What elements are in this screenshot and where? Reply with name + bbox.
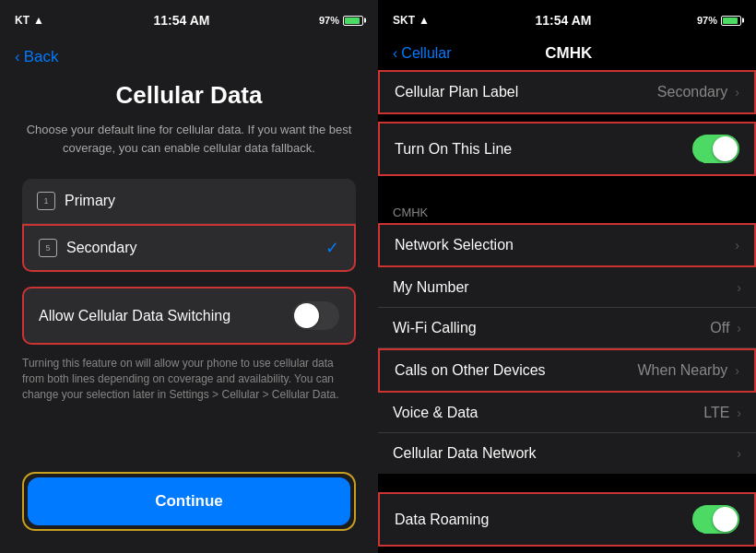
gap1 xyxy=(378,114,756,122)
voice-data-value-text: LTE xyxy=(703,405,729,421)
left-carrier: KT xyxy=(15,14,30,27)
sim-option-secondary[interactable]: 5 Secondary xyxy=(22,224,356,272)
wifi-calling-label: Wi-Fi Calling xyxy=(393,320,477,336)
cellular-plan-label-text: Cellular Plan Label xyxy=(395,84,518,100)
cellular-plan-label-value: Secondary › xyxy=(657,84,739,100)
calls-other-devices-value-text: When Nearby xyxy=(638,362,728,379)
right-battery-icon xyxy=(721,16,741,26)
gap3 xyxy=(378,474,756,492)
wifi-calling-chevron-icon: › xyxy=(737,321,741,335)
voice-data-label: Voice & Data xyxy=(393,405,478,421)
right-content: Cellular Plan Label Secondary › Turn On … xyxy=(378,70,756,553)
turn-on-this-line-label: Turn On This Line xyxy=(395,141,512,158)
calls-other-devices-row[interactable]: Calls on Other Devices When Nearby › xyxy=(380,350,754,391)
voice-data-value: LTE › xyxy=(703,405,741,421)
left-battery-pct: 97% xyxy=(319,15,339,26)
toggle-description: Turning this feature on will allow your … xyxy=(22,356,356,402)
turn-on-this-line-group: Turn On This Line xyxy=(378,122,756,176)
sim-icon-secondary: 5 xyxy=(39,239,57,257)
gap4 xyxy=(378,547,756,553)
right-time: 11:54 AM xyxy=(535,13,591,28)
left-wifi-icon: ▲ xyxy=(33,14,44,27)
sim-option-primary[interactable]: 1 Primary xyxy=(22,179,356,224)
calls-other-devices-chevron-icon: › xyxy=(735,363,739,378)
wifi-calling-value-text: Off xyxy=(710,320,729,336)
right-wifi-icon: ▲ xyxy=(419,14,430,27)
right-page-title: CMHK xyxy=(545,44,592,63)
sim-label-secondary: Secondary xyxy=(66,240,137,256)
cellular-data-switching-toggle[interactable] xyxy=(292,301,339,330)
cellular-plan-label-group: Cellular Plan Label Secondary › xyxy=(378,70,756,114)
calls-other-devices-label: Calls on Other Devices xyxy=(395,362,546,379)
toggle-row-label: Allow Cellular Data Switching xyxy=(39,308,230,324)
right-panel: SKT ▲ 11:54 AM 97% ‹ Cellular CMHK Cellu… xyxy=(378,0,756,553)
data-roaming-label: Data Roaming xyxy=(395,512,489,528)
calls-other-devices-value: When Nearby › xyxy=(638,362,740,379)
right-battery-pct: 97% xyxy=(697,15,717,26)
left-back-label: Back xyxy=(24,48,59,66)
cellular-plan-label-row[interactable]: Cellular Plan Label Secondary › xyxy=(380,72,754,112)
calls-other-devices-group: Calls on Other Devices When Nearby › xyxy=(378,348,756,393)
right-back-button[interactable]: ‹ Cellular xyxy=(393,45,452,62)
cellular-plan-chevron-icon: › xyxy=(735,85,739,100)
right-back-label: Cellular xyxy=(401,45,451,62)
my-number-row[interactable]: My Number › xyxy=(378,267,756,308)
left-panel: KT ▲ 11:54 AM 97% ‹ Back Cellular Data C… xyxy=(0,0,378,553)
right-status-left: SKT ▲ xyxy=(393,14,430,27)
turn-on-this-line-row: Turn On This Line xyxy=(380,124,754,174)
voice-data-row[interactable]: Voice & Data LTE › xyxy=(378,393,756,433)
continue-button[interactable]: Continue xyxy=(28,477,350,525)
my-number-chevron-icon: › xyxy=(737,280,741,295)
right-battery-fill xyxy=(723,18,738,24)
turn-on-this-line-toggle[interactable] xyxy=(692,135,739,163)
sim-options-list: 1 Primary 5 Secondary xyxy=(22,179,356,272)
left-description: Choose your default line for cellular da… xyxy=(22,121,356,157)
right-nav: ‹ Cellular CMHK xyxy=(378,41,756,70)
data-roaming-toggle[interactable] xyxy=(692,505,739,534)
left-back-chevron: ‹ xyxy=(15,48,20,66)
cellular-data-switching-row: Allow Cellular Data Switching xyxy=(22,287,356,345)
right-carrier: SKT xyxy=(393,14,415,27)
left-status-right: 97% xyxy=(319,15,363,26)
my-number-label: My Number xyxy=(393,279,469,296)
network-selection-label: Network Selection xyxy=(395,237,514,253)
cellular-plan-value-text: Secondary xyxy=(657,84,728,100)
sim-icon-primary: 1 xyxy=(37,192,55,210)
continue-wrap: Continue xyxy=(22,472,356,531)
network-selection-group: Network Selection › xyxy=(378,223,756,267)
left-battery-fill xyxy=(345,18,360,24)
left-time: 11:54 AM xyxy=(153,13,209,28)
left-content: Cellular Data Choose your default line f… xyxy=(0,74,378,553)
network-selection-row[interactable]: Network Selection › xyxy=(380,225,754,265)
cmhk-section-label: CMHK xyxy=(378,194,756,223)
gap2 xyxy=(378,176,756,194)
cellular-data-network-label: Cellular Data Network xyxy=(393,445,537,462)
data-roaming-row: Data Roaming xyxy=(380,494,754,545)
left-status-left: KT ▲ xyxy=(15,14,44,27)
right-status-bar: SKT ▲ 11:54 AM 97% xyxy=(378,0,756,41)
cmhk-group: Network Selection › My Number › Wi-Fi Ca… xyxy=(378,223,756,474)
cellular-data-network-chevron-icon: › xyxy=(737,446,741,461)
spacer xyxy=(22,417,356,472)
left-battery-icon xyxy=(343,16,363,26)
wifi-calling-value: Off › xyxy=(710,320,741,336)
right-status-right: 97% xyxy=(697,15,741,26)
wifi-calling-row[interactable]: Wi-Fi Calling Off › xyxy=(378,308,756,348)
left-back-button[interactable]: ‹ Back xyxy=(0,41,378,74)
left-status-bar: KT ▲ 11:54 AM 97% xyxy=(0,0,378,41)
right-back-chevron-icon: ‹ xyxy=(393,45,397,62)
voice-data-chevron-icon: › xyxy=(737,406,741,420)
data-roaming-group: Data Roaming xyxy=(378,492,756,547)
sim-label-primary: Primary xyxy=(65,193,115,209)
network-selection-chevron-icon: › xyxy=(735,238,739,253)
left-page-title: Cellular Data xyxy=(22,81,356,110)
cellular-data-network-row[interactable]: Cellular Data Network › xyxy=(378,433,756,474)
